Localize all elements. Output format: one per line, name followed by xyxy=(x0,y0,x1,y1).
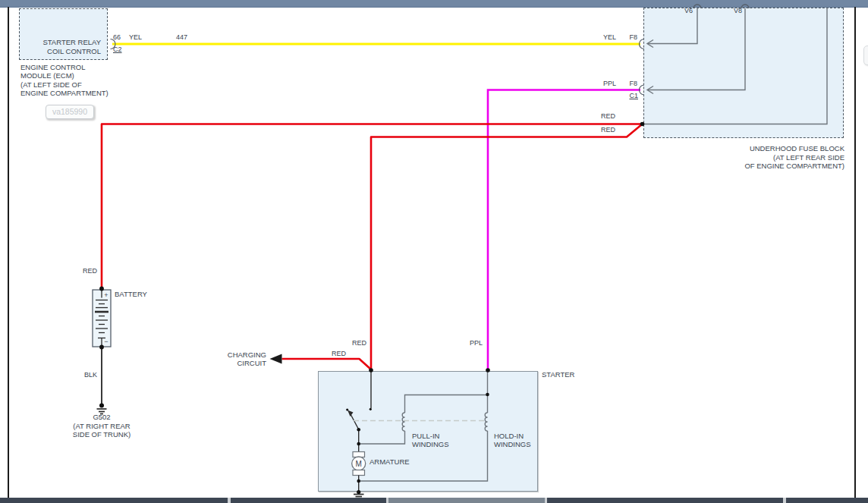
bottom-tab-3-active[interactable] xyxy=(388,498,545,503)
hold-in-windings-label: HOLD-IN WINDINGS xyxy=(494,432,531,448)
fuse-v6-label: V6 xyxy=(671,7,693,16)
purple-wire xyxy=(488,90,640,370)
battery-minus-sign: − xyxy=(104,338,108,345)
ecm-connector-c2: C2 xyxy=(113,46,122,55)
fuse-connector-c1: C1 xyxy=(624,92,638,101)
fuse-pin-f8-ppl: F8 xyxy=(624,80,637,89)
switch-blade-arrow-icon xyxy=(348,410,354,417)
ecm-pin-66: 66 xyxy=(113,33,121,42)
fuse-v8-label: V8 xyxy=(721,7,742,16)
pull-in-winding-coil-icon xyxy=(402,413,404,431)
ppl-label-at-starter: PPL xyxy=(452,339,483,348)
bottom-tab-strip xyxy=(0,498,868,503)
charging-circuit-label: CHARGING CIRCUIT xyxy=(206,351,266,367)
battery-label: BATTERY xyxy=(115,290,147,299)
fuse-pin-f8-yel: F8 xyxy=(624,33,637,42)
bottom-tab-4[interactable] xyxy=(547,498,783,503)
pull-in-top-wire xyxy=(405,395,488,413)
fuse-block-name-label: UNDERHOOD FUSE BLOCK (AT LEFT REAR SIDE … xyxy=(706,144,844,171)
red-label-at-starter: RED xyxy=(336,339,366,348)
fuse-v8-terminal-icon xyxy=(741,5,749,8)
yel-color-label-right: YEL xyxy=(586,33,616,42)
fuse-v8-wire xyxy=(648,8,745,90)
ground-g502-label: G502 (AT RIGHT REAR SIDE OF TRUNK) xyxy=(56,413,147,439)
pull-in-bottom-wire xyxy=(359,431,405,444)
red-label-lower: RED xyxy=(585,126,615,135)
fuse-red-feed-wire xyxy=(644,8,827,124)
wiring-diagram-page: + − M xyxy=(0,0,868,503)
fuse-v6-terminal-icon xyxy=(693,5,701,8)
solenoid-switch-blade xyxy=(351,413,359,429)
motor-letter: M xyxy=(356,460,362,468)
ecm-signal-label: STARTER RELAY COIL CONTROL xyxy=(40,38,101,55)
ecm-name-label: ENGINE CONTROL MODULE (ECM) (AT LEFT SID… xyxy=(20,63,108,98)
red-wire-starter-feed xyxy=(371,124,643,370)
bottom-tab-1[interactable] xyxy=(0,498,228,503)
bottom-tab-5[interactable] xyxy=(786,498,868,503)
ecm-signal-line2: COIL CONTROL xyxy=(40,47,101,56)
hold-in-winding-coil-icon xyxy=(485,413,487,431)
armature-brush-bottom xyxy=(353,470,365,476)
pull-in-windings-label: PULL-IN WINDINGS xyxy=(412,432,449,448)
battery-plus-sign: + xyxy=(104,291,108,299)
ecm-signal-line1: STARTER RELAY xyxy=(40,38,101,47)
armature-label: ARMATURE xyxy=(370,457,410,467)
ppl-color-label-right: PPL xyxy=(586,80,616,89)
watermark-badge: va185990 xyxy=(46,105,94,119)
yel-color-label-left: YEL xyxy=(129,33,142,42)
bottom-tab-2[interactable] xyxy=(231,498,386,503)
red-label-upper: RED xyxy=(585,112,615,121)
watermark-badge-partial xyxy=(863,46,868,65)
blk-color-label: BLK xyxy=(67,371,97,380)
charging-circuit-arrow-icon xyxy=(270,354,282,364)
circuit-number-447: 447 xyxy=(176,33,187,42)
starter-label: STARTER xyxy=(542,370,574,379)
red-label-at-charging: RED xyxy=(316,350,346,359)
red-label-at-battery: RED xyxy=(67,267,97,276)
red-wire-charging-branch xyxy=(282,359,372,369)
